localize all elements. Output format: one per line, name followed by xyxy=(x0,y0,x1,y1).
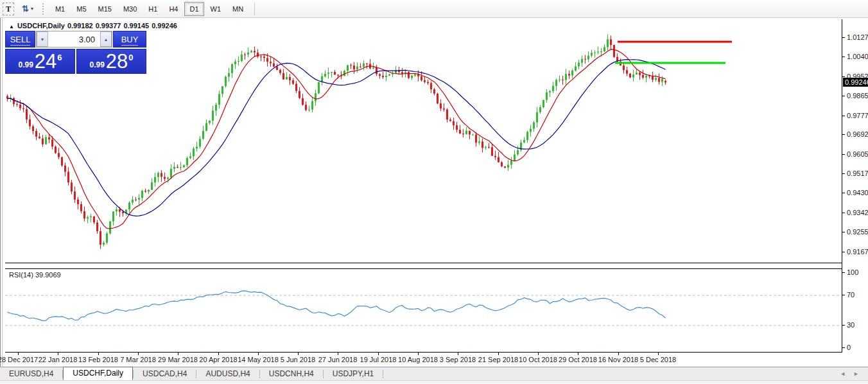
price-axis-tick xyxy=(842,37,845,38)
ma-slow-line xyxy=(8,60,666,216)
date-axis-tick xyxy=(498,353,499,355)
buy-price-pip: 0 xyxy=(128,53,133,62)
tab-usdchf-daily[interactable]: USDCHF,Daily xyxy=(63,367,133,380)
price-axis-tick xyxy=(842,193,845,193)
buy-price-button[interactable]: 0.99 28 0 xyxy=(76,49,146,74)
price-axis-tick xyxy=(842,173,845,174)
price-axis-label: 0.94300 xyxy=(847,189,868,196)
date-axis-tick xyxy=(258,353,259,355)
price-axis-label: 0.91675 xyxy=(847,248,868,256)
buy-button[interactable]: BUY xyxy=(113,31,146,48)
sell-button[interactable]: SELL xyxy=(5,31,35,48)
toolbar-grip-separator xyxy=(42,3,44,15)
price-axis-label: 0.98650 xyxy=(847,92,868,100)
one-click-trading-panel: SELL ▼ ▲ BUY 0.99 24 6 0.99 28 0 xyxy=(5,31,146,74)
tab-eurusd-h4[interactable]: EURUSD,H4 xyxy=(0,368,62,380)
status-strip xyxy=(0,380,868,384)
timeframe-button-m30[interactable]: M30 xyxy=(118,2,142,16)
toolbar: T ⇅ ▾ M1M5M15M30H1H4D1W1MN xyxy=(0,0,868,18)
volume-input[interactable] xyxy=(48,31,100,47)
date-axis-tick xyxy=(378,353,379,355)
chart-tab-bar: EURUSD,H4USDCHF,DailyUSDCAD,H4AUDUSD,H4U… xyxy=(0,367,868,380)
rsi-axis-tick xyxy=(842,325,845,326)
price-axis-label: 0.93425 xyxy=(847,209,868,216)
timeframe-button-m1[interactable]: M1 xyxy=(50,2,70,16)
pane-left-edge xyxy=(2,18,3,367)
rsi-indicator-pane[interactable] xyxy=(5,268,842,353)
timeframe-button-m5[interactable]: M5 xyxy=(71,2,91,16)
rsi-axis-label: 100 xyxy=(847,268,858,276)
expand-triangle-icon: ▲ xyxy=(9,24,14,30)
price-axis[interactable]: 1.012751.004000.995250.986500.977750.969… xyxy=(842,19,868,353)
date-axis-tick xyxy=(98,353,99,355)
rsi-axis-tick xyxy=(842,347,845,348)
price-axis-tick xyxy=(842,252,845,252)
timeframe-button-d1[interactable]: D1 xyxy=(184,2,204,16)
volume-decrease-button[interactable]: ▼ xyxy=(37,31,48,47)
timeframe-button-h4[interactable]: H4 xyxy=(164,2,183,16)
price-axis-label: 0.97775 xyxy=(847,112,868,119)
symbol-period-label: USDCHF,Daily xyxy=(17,22,65,30)
price-axis-tick xyxy=(842,116,845,116)
price-axis-label: 0.95175 xyxy=(847,170,868,177)
date-axis-tick xyxy=(218,353,219,355)
date-axis-tick xyxy=(298,353,299,355)
volume-increase-button[interactable]: ▲ xyxy=(100,31,112,47)
tab-usdcad-h4[interactable]: USDCAD,H4 xyxy=(134,368,196,380)
ohlc-low: 0.99145 xyxy=(123,22,149,30)
price-axis-label: 1.00400 xyxy=(847,53,868,60)
sell-price-prefix: 0.99 xyxy=(18,60,33,69)
timeframe-button-h1[interactable]: H1 xyxy=(143,2,162,16)
price-axis-tick xyxy=(842,154,845,155)
chart-workspace: ▲USDCHF,Daily0.991820.993770.991450.9924… xyxy=(0,18,868,367)
mt4-window: T ⇅ ▾ M1M5M15M30H1H4D1W1MN ▲USDCHF,Daily… xyxy=(0,0,868,384)
buy-price-prefix: 0.99 xyxy=(89,60,104,69)
rsi-axis-tick xyxy=(842,295,845,295)
price-axis-tick xyxy=(842,213,845,213)
price-axis-tick xyxy=(842,232,845,232)
date-axis-tick xyxy=(618,353,619,355)
ohlc-open: 0.99182 xyxy=(67,22,93,30)
price-axis-label: 0.96925 xyxy=(847,130,868,138)
timeframe-button-mn[interactable]: MN xyxy=(227,2,248,16)
ohlc-high: 0.99377 xyxy=(96,22,121,30)
sell-price-big: 24 xyxy=(35,52,56,71)
sell-price-pip: 6 xyxy=(57,53,62,62)
tab-usdjpy-h1[interactable]: USDJPY,H1 xyxy=(324,368,383,380)
price-axis-tick xyxy=(842,76,845,77)
timeframe-button-m15[interactable]: M15 xyxy=(93,2,117,16)
buy-price-big: 28 xyxy=(106,52,128,71)
sell-price-button[interactable]: 0.99 24 6 xyxy=(5,49,75,74)
tab-audusd-h4[interactable]: AUDUSD,H4 xyxy=(196,368,259,380)
date-axis[interactable]: 28 Dec 201722 Jan 201813 Feb 20187 Mar 2… xyxy=(5,353,842,367)
arrows-icon: ⇅ xyxy=(22,4,29,13)
date-axis-tick xyxy=(458,353,458,355)
rsi-indicator-label: RSI(14) 39.9069 xyxy=(9,271,61,279)
rsi-axis-tick xyxy=(842,272,845,273)
rsi-axis-label: 0 xyxy=(847,344,851,351)
price-axis-label: 0.96050 xyxy=(847,150,868,158)
tab-usdcnh-h4[interactable]: USDCNH,H4 xyxy=(260,368,323,380)
volume-control: ▼ ▲ xyxy=(36,31,112,48)
date-axis-tick xyxy=(578,353,578,355)
tab-scroll-right-button[interactable]: ► xyxy=(849,371,863,377)
price-axis-tick xyxy=(842,57,845,57)
window-left-edge xyxy=(0,18,1,367)
date-axis-tick xyxy=(58,353,58,355)
toolbar-separator xyxy=(254,3,255,15)
timeframe-button-w1[interactable]: W1 xyxy=(205,2,227,16)
tab-scroll-controls: ◄ ► xyxy=(836,367,868,380)
date-axis-tick xyxy=(178,353,178,355)
current-price-badge: 0.99246 xyxy=(843,78,868,87)
arrows-tool-button[interactable]: ⇅ ▾ xyxy=(19,3,36,15)
rsi-chart-canvas[interactable] xyxy=(5,269,841,352)
date-axis-label: 5 Dec 2018 xyxy=(634,356,682,363)
buy-button-label: BUY xyxy=(121,35,139,46)
ohlc-close: 0.99246 xyxy=(152,22,177,30)
date-axis-tick xyxy=(658,353,659,355)
chart-title: ▲USDCHF,Daily0.991820.993770.991450.9924… xyxy=(9,22,180,30)
date-axis-tick xyxy=(538,353,539,355)
tab-scroll-left-button[interactable]: ◄ xyxy=(836,371,849,377)
text-tool-button[interactable]: T xyxy=(3,3,14,15)
date-axis-tick xyxy=(138,353,139,355)
